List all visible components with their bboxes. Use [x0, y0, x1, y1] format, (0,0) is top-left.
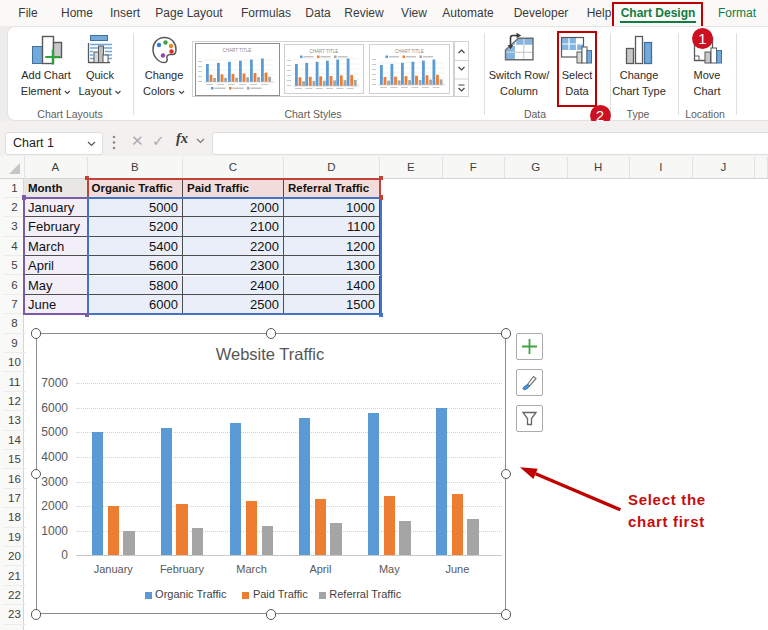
- svg-text:CHART TITLE: CHART TITLE: [395, 49, 424, 54]
- svg-text:CHART TITLE: CHART TITLE: [222, 48, 251, 53]
- svg-text:CHART TITLE: CHART TITLE: [310, 49, 339, 54]
